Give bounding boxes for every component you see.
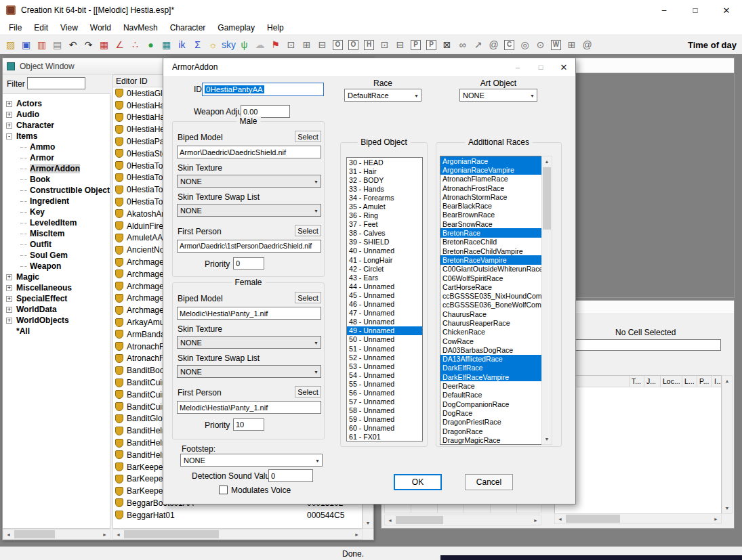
column-header[interactable]: T... [630, 376, 644, 387]
tree-item[interactable]: - Items [3, 131, 110, 142]
biped-object-option[interactable]: 50 - Unnamed [347, 335, 422, 344]
tree-item[interactable]: + WorldData [3, 304, 110, 315]
biped-object-option[interactable]: 31 - Hair [347, 167, 422, 175]
footstep-select[interactable]: NONE ▼ [180, 454, 323, 467]
save-plugin-icon[interactable]: ▣ [18, 37, 34, 53]
male-skin-texture-select[interactable]: NONE ▼ [177, 175, 321, 188]
multibound-icon[interactable]: ⊡ [377, 37, 392, 53]
tree-horizontal-scrollbar[interactable]: ◄ ► [3, 529, 110, 540]
dialog-minimize-button[interactable]: – [506, 58, 529, 76]
biped-object-option[interactable]: 30 - HEAD [347, 158, 422, 167]
scroll-right-icon[interactable]: ► [352, 530, 362, 539]
tree-item[interactable]: MiscItem [3, 228, 110, 239]
tree-item[interactable]: + WorldObjects [3, 315, 110, 326]
dialog-titlebar[interactable]: ArmorAddon – □ ✕ [163, 58, 575, 76]
race-option[interactable]: ChaurusRace [440, 309, 552, 318]
biped-object-option[interactable]: 34 - Forearms [347, 193, 422, 202]
biped-object-option[interactable]: 57 - Unnamed [347, 397, 422, 406]
scroll-left-icon[interactable]: ◄ [3, 530, 14, 539]
tree-expand-icon[interactable]: + [6, 318, 12, 324]
race-option[interactable]: ChaurusReaperRace [440, 318, 552, 327]
column-header[interactable]: I... [712, 376, 721, 387]
edit-details-icon[interactable]: ▤ [49, 37, 65, 53]
race-option[interactable]: DarkElfRace [440, 364, 552, 372]
race-option[interactable]: ccBGSSSE036_BoneWolfCom [440, 301, 552, 309]
race-option[interactable]: DA03BarbasDogRace [440, 345, 552, 354]
biped-object-option[interactable]: 41 - LongHair [347, 255, 422, 264]
race-option[interactable]: DefaultRace [440, 391, 552, 400]
cell-view-icon[interactable]: ⊞ [299, 37, 314, 53]
cell-table-vertical-scrollbar[interactable]: ▲ ▼ [722, 375, 733, 514]
warnings-window-icon[interactable]: W [548, 37, 564, 53]
editor-id-row[interactable]: BeggarHat01 000544C5 [113, 509, 362, 521]
biped-object-option[interactable]: 54 - Unnamed [347, 370, 422, 379]
female-biped-model-input[interactable]: Melodic\Hestia\Panty_1.nif [177, 307, 321, 320]
tree-item[interactable]: + Magic [3, 272, 110, 282]
race-option[interactable]: BearBlackRace [440, 201, 552, 210]
biped-object-option[interactable]: 44 - Unnamed [347, 282, 422, 290]
biped-object-option[interactable]: 56 - Unnamed [347, 388, 422, 397]
maximize-button[interactable]: □ [680, 0, 711, 20]
dialog-maximize-button[interactable]: □ [529, 58, 552, 76]
column-header[interactable]: L... [682, 376, 697, 387]
editor-list-horizontal-scrollbar[interactable]: ◄ ► [112, 529, 363, 540]
web-help-icon[interactable]: @ [579, 37, 595, 53]
race-option[interactable]: CartHorseRace [440, 282, 552, 291]
race-option[interactable]: CowRace [440, 337, 552, 345]
run-havok-sim-icon[interactable]: ● [143, 37, 159, 53]
biped-object-option[interactable]: 37 - Feet [347, 220, 422, 229]
tree-item[interactable]: Outfit [3, 239, 110, 250]
animation-icon[interactable]: Σ [190, 37, 205, 53]
race-select[interactable]: DefaultRace ▼ [344, 89, 421, 102]
biped-object-option[interactable]: 38 - Calves [347, 229, 422, 238]
female-biped-model-select-button[interactable]: Select [295, 292, 321, 303]
scene-hierarchy-icon[interactable]: H [361, 37, 377, 53]
biped-object-option[interactable]: 32 - BODY [347, 175, 422, 184]
scroll-right-icon[interactable]: ► [531, 515, 541, 525]
race-option[interactable]: DragonPriestRace [440, 418, 552, 427]
scroll-left-icon[interactable]: ◄ [555, 514, 565, 523]
race-option[interactable]: ArgonianRace [440, 156, 552, 165]
close-button[interactable]: ✕ [711, 0, 742, 20]
scrollbar-thumb[interactable] [124, 530, 219, 538]
female-first-person-select-button[interactable]: Select [295, 386, 321, 397]
material-editor-icon[interactable]: O [346, 37, 361, 53]
biped-object-option[interactable]: 53 - Unnamed [347, 362, 422, 370]
column-header[interactable]: Loc... [661, 376, 682, 387]
scrollbar-thumb[interactable] [566, 515, 620, 523]
cell-filter-input[interactable] [556, 339, 721, 351]
tree-expand-icon[interactable]: + [6, 123, 12, 129]
biped-object-option[interactable]: 43 - Ears [347, 273, 422, 282]
cell-table-horizontal-scrollbar[interactable]: ◄ ► [554, 513, 722, 524]
race-option[interactable]: C06WolfSpiritRace [440, 274, 552, 282]
filter-input[interactable] [27, 77, 85, 89]
male-first-person-select-button[interactable]: Select [295, 225, 321, 236]
menu-item[interactable]: Help [261, 22, 290, 34]
female-skin-texture-select[interactable]: NONE ▼ [177, 336, 321, 349]
male-biped-model-select-button[interactable]: Select [295, 131, 321, 142]
scrollbar-thumb[interactable] [396, 516, 443, 524]
menu-item[interactable]: NavMesh [117, 22, 164, 34]
id-input[interactable]: 0HestiaPantyAA [202, 83, 324, 96]
race-option[interactable]: ArgonianRaceVampire [440, 165, 552, 174]
race-option[interactable]: BretonRaceChildVampire [440, 246, 552, 255]
tree-expand-icon[interactable]: + [6, 274, 12, 280]
race-option[interactable]: DarkElfRaceVampire [440, 372, 552, 381]
scroll-left-icon[interactable]: ◄ [385, 515, 395, 525]
visibility-icon[interactable]: ◎ [517, 37, 533, 53]
races-vertical-scrollbar[interactable]: ▲ ▼ [541, 156, 552, 445]
scroll-right-icon[interactable]: ► [711, 514, 721, 523]
toggle-lights-icon[interactable]: ☼ [205, 37, 221, 53]
tree-item[interactable]: + Miscellaneous [3, 282, 110, 293]
race-option[interactable]: DogCompanionRace [440, 400, 552, 408]
scroll-down-icon[interactable]: ▼ [542, 434, 552, 444]
open-plugin-icon[interactable]: ▨ [3, 37, 18, 53]
dialog-close-button[interactable]: ✕ [552, 58, 575, 76]
minimize-button[interactable]: – [648, 0, 680, 20]
projectile-icon[interactable]: ↗ [470, 37, 486, 53]
modulates-voice-checkbox[interactable] [219, 486, 228, 494]
occlusion-icon[interactable]: ⊠ [439, 37, 455, 53]
race-option[interactable]: BretonRaceVampire [440, 255, 552, 264]
race-option[interactable]: DragonRace [440, 427, 552, 435]
race-option[interactable]: DogRace [440, 408, 552, 417]
